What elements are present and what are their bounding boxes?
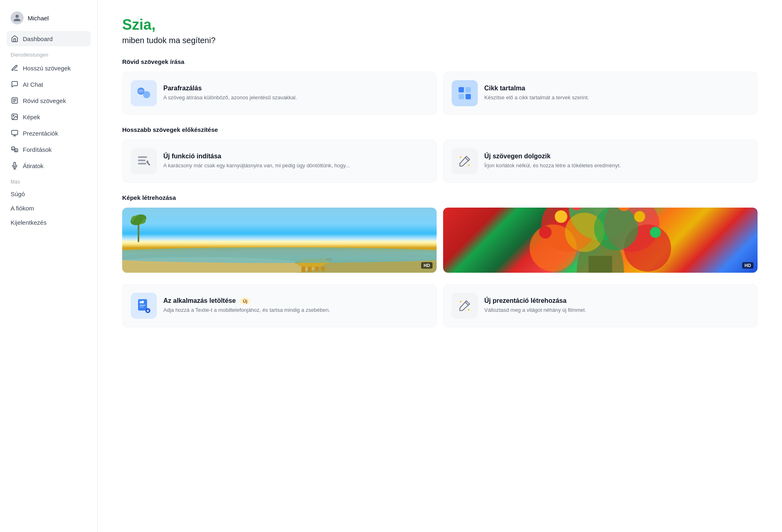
svg-point-54 xyxy=(539,226,551,239)
card-text-uj-szoveg: Új szövegen dolgozik Írjon korlátok nélk… xyxy=(484,153,621,170)
section-label-long-texts: Hosszabb szövegek előkészítése xyxy=(122,126,758,133)
svg-point-49 xyxy=(594,208,638,250)
sidebar-item-dashboard-label: Dashboard xyxy=(23,35,53,42)
card-desc-uj-funkcio: A karácsony már csak egy karnyújtásnyira… xyxy=(163,162,350,170)
svg-rect-33 xyxy=(308,267,312,272)
svg-point-63 xyxy=(468,309,470,311)
card-app-download[interactable]: Az alkalmazás letöltése Új Adja hozzá a … xyxy=(122,284,437,327)
card-title-uj-funkcio: Új funkció indítása xyxy=(163,153,350,160)
card-title-app-download: Az alkalmazás letöltése Új xyxy=(163,297,330,304)
card-icon-cikk xyxy=(452,80,478,106)
monitor-icon xyxy=(11,129,19,137)
translate-icon: A B xyxy=(11,145,19,153)
svg-point-55 xyxy=(650,227,661,238)
svg-rect-42 xyxy=(589,256,612,273)
sidebar-item-transcripts-label: Átiratok xyxy=(23,162,44,169)
sidebar-item-translations[interactable]: A B Fordítások xyxy=(7,142,91,157)
section-label-short-texts: Rövid szövegek írása xyxy=(122,58,758,65)
greeting-title: Szia, xyxy=(122,16,758,33)
image-card-flowers[interactable]: HD xyxy=(443,208,758,273)
beach-image-background xyxy=(122,208,437,273)
card-desc-parafrazalas: A szöveg átírása különböző, azonos jelen… xyxy=(163,94,297,102)
svg-rect-18 xyxy=(459,87,464,92)
card-desc-app-download: Adja hozzá a Textie-t a mobiltelefonjáho… xyxy=(163,306,330,314)
sidebar-section-mehr: Más xyxy=(7,174,91,187)
image-cards-row: HD xyxy=(122,208,758,273)
sidebar-item-account[interactable]: A fiókom xyxy=(7,201,91,215)
card-title-cikk: Cikk tartalma xyxy=(484,85,589,92)
card-text-uj-prezentacio: Új prezentáció létrehozása Változtasd me… xyxy=(484,297,586,314)
svg-rect-21 xyxy=(466,94,471,99)
card-uj-prezentacio[interactable]: Új prezentáció létrehozása Változtasd me… xyxy=(443,284,758,327)
svg-point-26 xyxy=(468,164,470,166)
card-title-parafrazalas: Parafrazálás xyxy=(163,85,297,92)
sidebar-item-presentations[interactable]: Prezentációk xyxy=(7,125,91,141)
flowers-image-background xyxy=(443,208,758,273)
svg-rect-32 xyxy=(301,267,305,272)
svg-point-17 xyxy=(138,89,144,93)
sidebar-section-dienstleistungen: Dienstleistungen xyxy=(7,47,91,60)
svg-text:A: A xyxy=(12,148,14,150)
doc-icon xyxy=(11,96,19,105)
main-content: Szia, miben tudok ma segíteni? Rövid szö… xyxy=(98,0,782,532)
svg-rect-24 xyxy=(138,163,146,164)
new-badge: Új xyxy=(240,298,250,304)
card-icon-uj-funkcio xyxy=(131,148,157,174)
section-label-images: Képek létrehozása xyxy=(122,194,758,201)
mic-icon xyxy=(11,162,19,170)
card-desc-uj-szoveg: Írjon korlátok nélkül, és hozza létre a … xyxy=(484,162,621,170)
sidebar-item-logout[interactable]: Kijelentkezés xyxy=(7,216,91,229)
card-uj-funkcio[interactable]: Új funkció indítása A karácsony már csak… xyxy=(122,140,437,183)
card-text-app-download: Az alkalmazás letöltése Új Adja hozzá a … xyxy=(163,297,330,314)
bottom-cards-row: Az alkalmazás letöltése Új Adja hozzá a … xyxy=(122,284,758,327)
svg-point-62 xyxy=(460,301,461,302)
card-icon-uj-szoveg xyxy=(452,148,478,174)
sidebar-item-long-texts[interactable]: Hosszú szövegek xyxy=(7,60,91,76)
flowers-hd-badge: HD xyxy=(742,262,753,269)
pencil-icon xyxy=(11,64,19,72)
sidebar-user[interactable]: Michael xyxy=(7,8,91,28)
card-desc-cikk: Készítse elő a cikk tartalmát a tervek s… xyxy=(484,94,589,102)
sidebar-item-short-texts[interactable]: Rövid szövegek xyxy=(7,93,91,108)
avatar xyxy=(11,11,24,24)
svg-rect-23 xyxy=(138,160,145,161)
svg-rect-22 xyxy=(138,156,147,158)
card-parafrazalas[interactable]: Parafrazálás A szöveg átírása különböző,… xyxy=(122,72,437,115)
svg-rect-58 xyxy=(140,301,142,302)
long-texts-cards-row: Új funkció indítása A karácsony már csak… xyxy=(122,140,758,183)
sidebar-item-short-texts-label: Rövid szövegek xyxy=(23,97,66,104)
sidebar-item-help[interactable]: Súgó xyxy=(7,187,91,201)
sidebar-item-presentations-label: Prezentációk xyxy=(23,130,58,137)
svg-rect-35 xyxy=(321,267,325,271)
svg-point-5 xyxy=(13,115,14,116)
svg-point-36 xyxy=(122,247,437,263)
svg-rect-34 xyxy=(315,267,319,271)
svg-text:B: B xyxy=(15,149,17,152)
svg-rect-60 xyxy=(140,307,144,307)
svg-point-50 xyxy=(555,210,567,223)
card-title-uj-prezentacio: Új prezentáció létrehozása xyxy=(484,297,586,304)
svg-point-53 xyxy=(634,211,645,222)
sidebar-item-images[interactable]: Képek xyxy=(7,109,91,125)
card-text-uj-funkcio: Új funkció indítása A karácsony már csak… xyxy=(163,153,350,170)
sidebar-user-name: Michael xyxy=(28,15,49,22)
sidebar-item-long-texts-label: Hosszú szövegek xyxy=(23,65,71,72)
card-cikk-tartalma[interactable]: Cikk tartalma Készítse elő a cikk tartal… xyxy=(443,72,758,115)
beach-hd-badge: HD xyxy=(421,262,433,269)
svg-point-25 xyxy=(460,156,461,158)
chat-icon xyxy=(11,80,19,88)
sidebar: Michael Dashboard Dienstleistungen Hossz… xyxy=(0,0,98,532)
card-title-uj-szoveg: Új szövegen dolgozik xyxy=(484,153,621,160)
sidebar-item-translations-label: Fordítások xyxy=(23,146,52,153)
sidebar-item-ai-chat[interactable]: AI Chat xyxy=(7,77,91,92)
card-uj-szoveg[interactable]: Új szövegen dolgozik Írjon korlátok nélk… xyxy=(443,140,758,183)
short-texts-cards-row: Parafrazálás A szöveg átírása különböző,… xyxy=(122,72,758,115)
image-card-beach[interactable]: HD xyxy=(122,208,437,273)
sidebar-item-dashboard[interactable]: Dashboard xyxy=(7,31,91,46)
sidebar-item-images-label: Képek xyxy=(23,114,40,120)
svg-point-16 xyxy=(143,91,150,99)
card-icon-app-download xyxy=(131,293,157,319)
card-desc-uj-prezentacio: Változtasd meg a világot néhány új filmm… xyxy=(484,306,586,314)
card-text-cikk: Cikk tartalma Készítse elő a cikk tartal… xyxy=(484,85,589,102)
sidebar-item-transcripts[interactable]: Átiratok xyxy=(7,158,91,173)
